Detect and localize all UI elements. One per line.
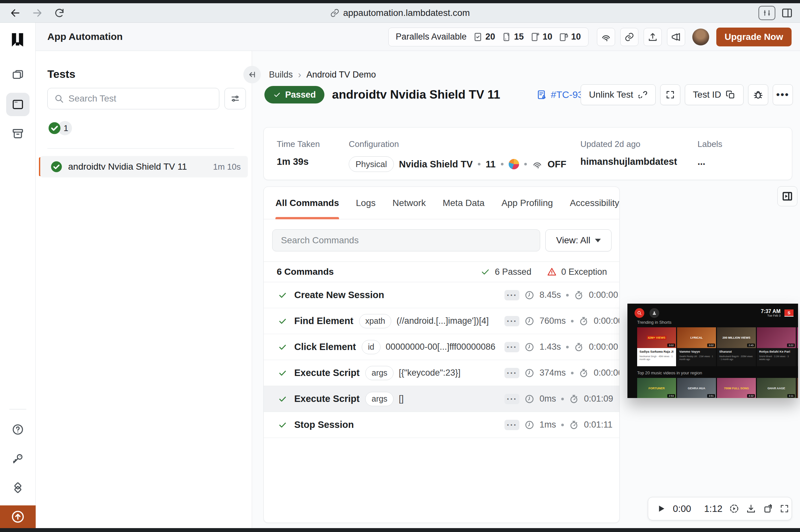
view-filter-dropdown[interactable]: View: All <box>545 229 611 251</box>
browser-sidebar-toggle[interactable] <box>781 7 793 19</box>
user-avatar[interactable] <box>692 28 709 45</box>
phone-lock-icon <box>559 32 568 42</box>
test-filter-button[interactable] <box>225 88 246 109</box>
command-locator-value: [{"keycode":23}] <box>399 368 460 378</box>
stopwatch-icon <box>579 368 589 378</box>
thumbnail-duration: 4:32 <box>747 394 755 398</box>
dot-separator <box>571 372 574 374</box>
stacked-windows-icon <box>12 69 24 81</box>
command-timestamp: 0:01:11 <box>584 420 612 430</box>
player-fullscreen-button[interactable] <box>780 504 789 514</box>
check-icon <box>278 368 287 378</box>
command-timestamp: 0:00:06 <box>594 368 620 378</box>
upload-button[interactable] <box>644 28 662 46</box>
video-thumbnail-card: Mujh Ke MSakhi · month <box>797 327 798 366</box>
sidebar-item-app-automation[interactable] <box>6 93 30 116</box>
commands-list: Create New Session···8.45s0:00:00Find El… <box>264 282 619 438</box>
address-bar[interactable]: appautomation.lambdatest.com <box>0 3 800 23</box>
sidebar-item-builds[interactable] <box>6 63 30 87</box>
fullscreen-button[interactable] <box>660 84 680 105</box>
command-more-button[interactable]: ··· <box>504 368 519 378</box>
command-row[interactable]: Create New Session···8.45s0:00:00 <box>264 282 619 308</box>
bug-icon <box>753 90 763 100</box>
test-duration: 1m 10s <box>213 162 241 172</box>
command-meta: ···0ms0:01:09 <box>504 394 613 404</box>
tab-app-profiling[interactable]: App Profiling <box>501 187 553 219</box>
command-row[interactable]: Execute Scriptargs[]···0ms0:01:09 <box>264 386 619 412</box>
clock-icon <box>525 420 534 430</box>
video-thumbnail-card: GHAR AAGE3:11 <box>757 378 796 398</box>
command-row[interactable]: Stop Session···1ms0:01:11 <box>264 412 619 438</box>
check-icon <box>273 91 281 99</box>
integrations-button[interactable] <box>6 476 30 499</box>
video-thumbnail: 3:22 <box>757 327 796 348</box>
parallels-available-widget[interactable]: Parallels Available 20 15 10 10 <box>388 27 589 46</box>
tab-accessibility[interactable]: Accessibility <box>570 187 619 219</box>
command-more-button[interactable]: ··· <box>504 316 519 326</box>
more-actions-button[interactable]: ••• <box>773 84 793 105</box>
updated-by-value: himanshujlambdatest <box>580 156 677 167</box>
video-card-info: Vammo VayyoSwathi Reddy UK · 21M views ·… <box>677 348 716 366</box>
tab-all-commands[interactable]: All Commands <box>275 187 339 219</box>
unlink-test-button[interactable]: Unlink Test <box>581 84 655 105</box>
copy-icon <box>726 90 736 100</box>
stopwatch-icon <box>569 420 579 430</box>
command-name: Execute Script <box>294 394 359 404</box>
rail-upgrade-button[interactable] <box>0 506 36 528</box>
sidebar-item-archive[interactable] <box>6 122 30 145</box>
share-link-button[interactable] <box>620 28 639 46</box>
download-button[interactable] <box>746 504 756 514</box>
tab-network[interactable]: Network <box>393 187 426 219</box>
tv-profile-icon <box>649 308 659 318</box>
commands-toolbar: Search Commands View: All <box>264 219 619 262</box>
playback-speed-button[interactable] <box>729 504 739 514</box>
thumbnail-duration: 3:02 <box>667 344 675 347</box>
command-more-button[interactable]: ··· <box>504 342 519 352</box>
command-more-button[interactable]: ··· <box>504 290 519 300</box>
video-thumbnail <box>797 327 798 348</box>
arrow-up-circle-icon <box>11 510 25 524</box>
passed-filter-chip[interactable]: 1 <box>47 121 72 135</box>
labels-column: Labels ... <box>698 139 722 167</box>
panel-expand-icon <box>782 191 793 202</box>
check-icon <box>278 420 287 430</box>
command-row[interactable]: Find Elementxpath(//android.[...]image']… <box>264 308 619 334</box>
search-test-input[interactable]: Search Test <box>47 88 219 109</box>
collapse-left-icon <box>247 70 257 79</box>
announcements-button[interactable] <box>667 28 685 46</box>
device-name: Nvidia Shield TV <box>399 159 473 170</box>
clock-icon <box>525 316 534 326</box>
command-meta: ···1.43s0:00:00 <box>504 342 618 352</box>
command-row[interactable]: Execute Scriptargs[{"keycode":23}]···374… <box>264 360 619 386</box>
browser-extensions-button[interactable] <box>759 6 775 20</box>
video-card-title: Rotiya Belahi Ke Pari <box>759 350 794 353</box>
gesture-mode-button[interactable] <box>597 28 615 46</box>
command-name: Click Element <box>294 342 356 352</box>
search-commands-input[interactable]: Search Commands <box>272 229 540 251</box>
clock-icon <box>525 368 534 378</box>
video-card-meta: Swathi Reddy UK · 21M views · 1 month ag… <box>679 355 714 361</box>
command-name: Create New Session <box>294 290 384 300</box>
tab-logs[interactable]: Logs <box>356 187 376 219</box>
lambdatest-logo[interactable] <box>9 32 35 49</box>
debug-button[interactable] <box>748 84 768 105</box>
command-more-button[interactable]: ··· <box>504 420 519 430</box>
breadcrumb-builds[interactable]: Builds <box>269 70 293 80</box>
command-more-button[interactable]: ··· <box>504 394 519 404</box>
access-key-button[interactable] <box>6 447 30 470</box>
collapse-tests-panel-button[interactable] <box>243 66 261 83</box>
rotate-button[interactable] <box>763 504 773 514</box>
upgrade-now-button[interactable]: Upgrade Now <box>716 27 792 46</box>
command-row[interactable]: Click Elementid00000000-00[...]fff000000… <box>264 334 619 360</box>
tab-meta-data[interactable]: Meta Data <box>442 187 484 219</box>
test-id-button[interactable]: Test ID <box>685 84 744 105</box>
device-video-frame[interactable]: 7:37 AM Tue Feb 3 S Trending in Shorts 4… <box>627 304 798 398</box>
expand-side-panel-button[interactable] <box>777 186 797 206</box>
thumbnail-overlay-text: 700M FULL SONG <box>723 386 750 390</box>
commands-count: 6 Commands <box>277 267 334 277</box>
help-button[interactable] <box>6 418 30 441</box>
test-list-item[interactable]: androidtv Nvidia Shield TV 11 1m 10s <box>40 156 248 177</box>
dot-separator <box>501 163 503 166</box>
play-button[interactable] <box>656 504 666 514</box>
stopwatch-icon <box>574 290 584 300</box>
